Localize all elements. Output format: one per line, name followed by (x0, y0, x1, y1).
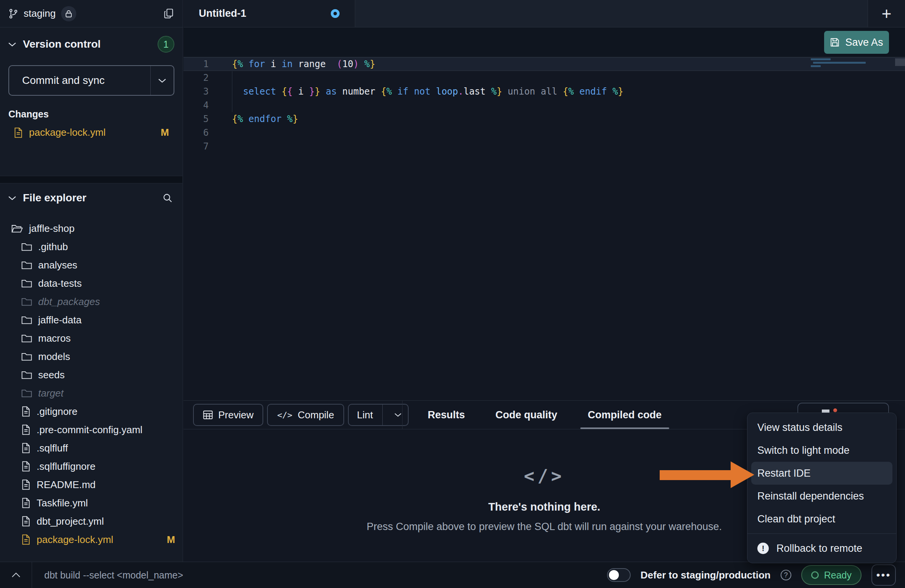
version-control-header[interactable]: Version control 1 (8, 35, 174, 53)
compile-button[interactable]: </> Compile (267, 404, 344, 426)
tree-file-dbt_project.yml[interactable]: dbt_project.yml (0, 512, 183, 530)
file-icon (21, 479, 31, 490)
tree-folder-macros[interactable]: macros (0, 329, 183, 347)
tree-item-label: .sqlfluff (37, 442, 68, 454)
tree-file-.gitignore[interactable]: .gitignore (0, 402, 183, 421)
tree-item-label: models (38, 351, 70, 363)
code-token: range (293, 59, 326, 69)
defer-toggle[interactable] (607, 568, 631, 582)
changed-file-row[interactable]: package-lock.yml M (8, 127, 174, 138)
code-token: { (232, 114, 237, 124)
code-token: } (309, 86, 314, 97)
status-label: Ready (824, 570, 852, 581)
tree-file-.sqlfluffignore[interactable]: .sqlfluffignore (0, 457, 183, 476)
code-token: % (359, 59, 370, 69)
menu-item-label: Rollback to remote (776, 543, 862, 554)
commit-and-sync-label: Commit and sync (22, 74, 105, 87)
tree-folder-.github[interactable]: .github (0, 238, 183, 256)
code-editor[interactable]: 1{% for i in range (10) %}23 select {{ i… (184, 57, 905, 400)
line-content (218, 98, 232, 112)
lint-options-chevron[interactable] (388, 413, 408, 417)
file-icon (21, 406, 31, 417)
tree-folder-seeds[interactable]: seeds (0, 366, 183, 384)
menu-item-view-status-details[interactable]: View status details (747, 416, 896, 439)
code-token: { (232, 59, 237, 69)
menu-item-rollback-to-remote[interactable]: !Rollback to remote (747, 537, 896, 560)
dbt-ide-window: staging Version control 1 (0, 0, 905, 588)
folder-icon (21, 370, 32, 379)
file-icon (21, 516, 31, 527)
menu-item-switch-to-light-mode[interactable]: Switch to light mode (747, 439, 896, 462)
tree-file-README.md[interactable]: README.md (0, 476, 183, 494)
code-token: ( (326, 59, 342, 69)
file-icon (21, 461, 31, 472)
line-content: {% for i in range (10) %} (218, 57, 375, 71)
tab-results[interactable]: Results (417, 401, 476, 429)
menu-item-reinstall-dependencies[interactable]: Reinstall dependencies (747, 485, 896, 508)
save-as-button[interactable]: Save As (824, 31, 889, 54)
code-token (232, 86, 243, 97)
line-content: select {{ i }} as number {% if not loop.… (218, 85, 623, 98)
folder-open-icon (11, 224, 23, 233)
search-icon[interactable] (162, 193, 173, 203)
minimap-line (811, 58, 831, 60)
file-icon (21, 443, 31, 453)
tab-compiled-code[interactable]: Compiled code (577, 401, 673, 429)
ide-options-button[interactable]: ••• (871, 564, 896, 586)
tree-folder-target[interactable]: target (0, 384, 183, 402)
code-token: 10 (342, 59, 353, 69)
status-bar: dbt build --select <model_name> Defer to… (0, 562, 905, 588)
annotation-arrow-head (731, 461, 754, 488)
copy-icon[interactable] (163, 8, 174, 19)
help-icon[interactable]: ? (781, 570, 791, 580)
tree-folder-dbt_packages[interactable]: dbt_packages (0, 292, 183, 311)
status-bar-right: Defer to staging/production ? Ready ••• (607, 564, 905, 586)
chevron-down-icon (8, 196, 16, 201)
editor-scrollbar-thumb[interactable] (895, 58, 905, 66)
code-token: . (458, 86, 464, 97)
tree-file-.sqlfluff[interactable]: .sqlfluff (0, 439, 183, 457)
tab-untitled-1[interactable]: Untitled-1 (184, 0, 355, 27)
tree-folder-models[interactable]: models (0, 347, 183, 366)
file-icon (21, 424, 31, 435)
menu-item-label: Clean dbt project (757, 513, 835, 525)
line-number: 6 (184, 126, 218, 140)
tree-file-package-lock.yml[interactable]: package-lock.ymlM (0, 530, 183, 549)
tree-folder-jaffle-data[interactable]: jaffle-data (0, 311, 183, 329)
code-line-6: 6 (184, 126, 905, 140)
menu-item-restart-ide[interactable]: Restart IDE (751, 462, 892, 485)
preview-button[interactable]: Preview (193, 404, 263, 426)
status-badge[interactable]: Ready (801, 565, 862, 585)
folder-icon (21, 334, 32, 343)
tree-folder-jaffle-shop[interactable]: jaffle-shop (0, 219, 183, 238)
code-token: } (315, 86, 320, 97)
menu-item-clean-dbt-project[interactable]: Clean dbt project (747, 508, 896, 530)
tree-folder-data-tests[interactable]: data-tests (0, 274, 183, 292)
expand-command-bar-button[interactable] (0, 562, 32, 588)
tree-item-label: .github (38, 241, 68, 253)
line-content (218, 140, 232, 153)
file-icon (14, 127, 23, 138)
save-as-label: Save As (845, 37, 883, 48)
chevron-up-icon (11, 572, 21, 578)
commit-and-sync-button[interactable]: Commit and sync (8, 65, 174, 96)
tree-file-Taskfile.yml[interactable]: Taskfile.yml (0, 494, 183, 512)
new-tab-button[interactable]: + (868, 0, 905, 27)
tree-file-.pre-commit-config.yaml[interactable]: .pre-commit-config.yaml (0, 421, 183, 439)
tab-code-quality[interactable]: Code quality (485, 401, 568, 429)
code-token: endfor (243, 114, 282, 124)
file-explorer-header[interactable]: File explorer (0, 183, 183, 207)
command-input[interactable]: dbt build --select <model_name> (32, 570, 183, 581)
code-token: } (293, 114, 298, 124)
commit-options-chevron[interactable] (150, 66, 174, 95)
minimap-line (811, 65, 821, 67)
line-number: 5 (184, 112, 218, 126)
tree-item-label: jaffle-shop (29, 223, 75, 235)
version-control-title: Version control (23, 38, 101, 50)
code-line-7: 7 (184, 140, 905, 153)
tree-item-label: .sqlfluffignore (37, 461, 95, 472)
tree-folder-analyses[interactable]: analyses (0, 256, 183, 274)
lint-button[interactable]: Lint (348, 404, 409, 426)
code-token: endif (574, 86, 607, 97)
file-icon (21, 534, 31, 545)
